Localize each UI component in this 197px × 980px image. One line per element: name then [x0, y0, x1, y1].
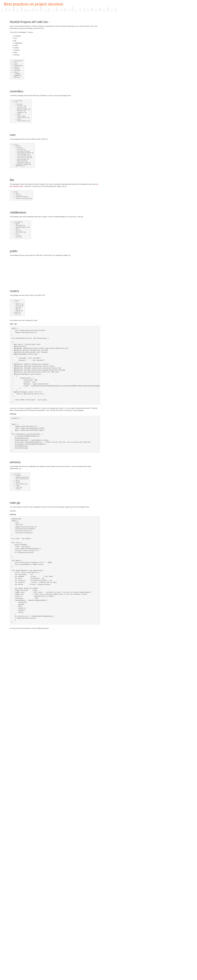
- example-label: Example:: [10, 510, 100, 512]
- header-decor: [0, 6, 197, 12]
- filetree-libs: ▾ ▢ libs ▾ ▢ algo ▾ ▢ sorting ▾ ▢ conver…: [10, 190, 33, 200]
- middlewares-intro: This package store every middleware that…: [10, 216, 100, 218]
- section-heading-routers: routers: [10, 289, 100, 293]
- routers-sample-text: See sample code how to assign the routes…: [10, 319, 100, 321]
- list-item: public: [14, 44, 100, 47]
- controllers-intro: Controllers package will store all the A…: [10, 94, 100, 97]
- section-heading-public: public: [10, 249, 100, 253]
- list-item: libs: [14, 40, 100, 42]
- page-header: Best practices on project structure: [0, 0, 197, 12]
- filetree-middlewares: ▾ ▢ middlewares ▾ ▢ apimt ⬚ api_gityp.go…: [10, 221, 31, 239]
- filetree-services: ▾ ▢ services ▾ ▢ elastic ⬚ elastic_searc…: [10, 473, 30, 491]
- footer-ps: ps: Every code in this example, come fro…: [10, 627, 100, 629]
- core-intro: Core package will store all your created…: [10, 138, 100, 140]
- section-heading-gin: Restfull Projects API with Gin #: [10, 20, 100, 24]
- public-intro: This pacakge will store every public and…: [10, 254, 100, 256]
- filetree-root: ▾ ▢ controllers ▾ ▢ core ▾ ▢ libs ▾ ▢ mi…: [10, 59, 24, 80]
- code-auth-r: import ( auth "simple-api/controllers/v1…: [10, 326, 100, 404]
- list-item: controllers: [14, 35, 100, 37]
- list-item: services: [14, 49, 100, 51]
- package-list: controllers core libs middlewares public…: [10, 35, 100, 56]
- filetree-routers: ▾ ▢ routers ▾ ▢ v1 ⬚ apitter.go ⬚ articl…: [10, 299, 25, 316]
- intro-text: Gin is a web framework written in Golang…: [10, 25, 100, 30]
- list-item: tests: [14, 51, 100, 54]
- routers-intro: This package will store every routes in …: [10, 294, 100, 296]
- filetree-core: ▾ ▢ core ▾ ▢ models ▾ ▢ article ⬚ articl…: [10, 143, 35, 168]
- list-item: routers: [14, 47, 100, 49]
- code-index: package v1 import ( "gopkg.in/gin-gonic/…: [10, 416, 100, 452]
- main-intro: The main entrance of the API. Any config…: [10, 506, 100, 508]
- willbe-text: There will be 8 packages + main.go: [10, 31, 100, 33]
- code-filename-index: index.go: [10, 413, 100, 415]
- code-filename-main: main.go: [10, 514, 100, 515]
- section-heading-libs: libs: [10, 178, 100, 181]
- anchor-icon[interactable]: #: [49, 21, 50, 23]
- list-item: main.go: [14, 54, 100, 56]
- section-heading-main: main.go: [10, 501, 100, 504]
- filetree-controllers: ▾ ▢ controllers ▾ ▢ v1 ▾ ▢ article ⬚ cre…: [10, 99, 32, 123]
- section-heading-middlewares: middlewares: [10, 211, 100, 214]
- section-heading-core: core: [10, 133, 100, 137]
- section-heading-services: services: [10, 460, 100, 464]
- code-filename-auth-r: auth_r.go: [10, 323, 100, 325]
- list-item: middlewares: [14, 42, 100, 44]
- page-title: Best practices on project structure: [4, 2, 193, 6]
- services-intro: This package will store any configuratio…: [10, 465, 100, 470]
- list-item: core: [14, 37, 100, 40]
- code-main: package main import ( "fmt" "net/http" "…: [10, 517, 100, 624]
- routers-between-text: If you see, the reason I separate the ha…: [10, 407, 100, 412]
- libs-intro: This package will store any library that…: [10, 183, 100, 188]
- section-heading-controllers: controllers: [10, 89, 100, 93]
